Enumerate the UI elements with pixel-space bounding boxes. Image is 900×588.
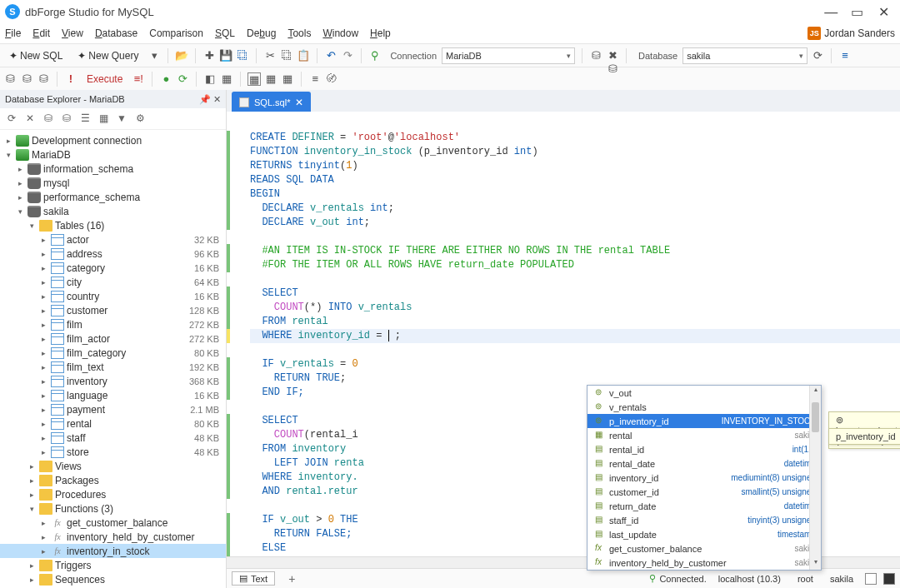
tree-table-staff[interactable]: ▸staff48 KB [0,431,226,445]
tb2-g[interactable]: 〄 [325,72,338,86]
menu-view[interactable]: View [62,27,83,39]
menu-sql[interactable]: SQL [215,27,235,39]
tree-table-language[interactable]: ▸language16 KB [0,388,226,402]
execute-button[interactable]: Execute [81,71,128,87]
paste-icon[interactable]: 📋 [297,49,310,62]
tree-table-category[interactable]: ▸category16 KB [0,261,226,275]
status-sq2[interactable] [883,573,895,585]
ac-item-staff_id[interactable]: ▤staff_idtinyint(3) unsigned [588,513,821,527]
tree-table-inventory[interactable]: ▸inventory368 KB [0,374,226,388]
tree-fn-inventory_in_stock[interactable]: ▸fxinventory_in_stock [0,544,226,558]
tb2-i1[interactable]: ⛁ [3,72,17,86]
play-icon[interactable]: ● [159,72,172,86]
ac-item-return_date[interactable]: ▤return_datedatetime [588,499,821,513]
new-query-button[interactable]: ✦ New Query [72,47,144,64]
menu-window[interactable]: Window [322,27,358,39]
exp-e-icon[interactable]: ⚙ [133,112,147,126]
ac-item-rental_date[interactable]: ▤rental_datedatetime [588,456,821,471]
tree-db-mysql[interactable]: ▸mysql [0,176,226,190]
tree-fn-get_customer_balance[interactable]: ▸fxget_customer_balance [0,516,226,530]
ac-item-v_rentals[interactable]: ⊚v_rentals [588,400,821,414]
tb2-a[interactable]: ◧ [203,72,217,86]
autocomplete-popup[interactable]: ▴▾ ⊚v_out⊚v_rentals⊚p_inventory_idINVENT… [587,385,822,571]
tree-db-sakila[interactable]: ▾sakila [0,204,226,218]
exp-d-icon[interactable]: ▦ [97,112,110,126]
tree-table-customer[interactable]: ▸customer128 KB [0,303,226,317]
tb2-d[interactable]: ▦ [264,72,278,86]
tree-db-information_schema[interactable]: ▸information_schema [0,162,226,176]
tree-table-payment[interactable]: ▸payment2.1 MB [0,402,226,416]
settings-icon[interactable]: ≡ [838,49,852,62]
tree-table-store[interactable]: ▸store48 KB [0,445,226,459]
tb2-f[interactable]: ≡ [308,72,322,86]
tb2-i2[interactable]: ⛁ [20,72,33,86]
cut-icon[interactable]: ✂ [263,49,277,62]
exec-step-icon[interactable]: ≡! [132,72,145,86]
save-icon[interactable]: 💾 [219,49,232,62]
menu-file[interactable]: FFileile [5,27,21,39]
stop-icon[interactable]: ! [64,72,78,86]
menu-database[interactable]: Database [95,27,138,39]
tree-table-rental[interactable]: ▸rental80 KB [0,416,226,431]
tree-packages[interactable]: ▸Packages [0,473,226,487]
exp-b-icon[interactable]: ⛁ [60,112,73,126]
db2-icon[interactable]: ✖⛁ [606,49,619,62]
autocomplete-scrollbar[interactable]: ▴▾ [809,386,821,570]
exp-a-icon[interactable]: ⛁ [42,112,55,126]
tree-db-performance_schema[interactable]: ▸performance_schema [0,190,226,204]
tree-functions[interactable]: ▾Functions (3) [0,501,226,516]
menu-tools[interactable]: Tools [288,27,311,39]
refresh-icon[interactable]: ⟳ [176,72,189,86]
close-icon[interactable]: ✕ [872,4,895,20]
exp-filter-icon[interactable]: ▼ [115,112,128,126]
tab-close-icon[interactable]: ✕ [295,97,303,108]
open-icon[interactable]: 📂 [175,49,188,62]
tab-sql[interactable]: SQL.sql* ✕ [232,92,311,112]
tree-sequences[interactable]: ▸Sequences [0,572,226,586]
tb2-b[interactable]: ▦ [220,72,233,86]
tree-tables-folder[interactable]: ▾Tables (16) [0,218,226,232]
tree-table-actor[interactable]: ▸actor32 KB [0,232,226,247]
connection-icon[interactable]: ⚲ [368,49,382,62]
exp-refresh-icon[interactable]: ⟳ [5,112,18,126]
tb2-i3[interactable]: ⛁ [37,72,50,86]
pin-icon[interactable]: 📌 ✕ [199,94,221,105]
ac-item-p_inventory_id[interactable]: ⊚p_inventory_idINVENTORY_IN_STOCK [588,414,821,428]
new-sql-button[interactable]: ✦ New SQL [3,47,68,64]
copy-icon[interactable]: ⿻ [280,49,293,62]
tree-table-film_category[interactable]: ▸film_category80 KB [0,346,226,360]
ac-item-v_out[interactable]: ⊚v_out [588,386,821,400]
tree-table-film[interactable]: ▸film272 KB [0,317,226,331]
tree-mariadb[interactable]: ▾MariaDB [0,147,226,162]
database-combo[interactable]: sakila [682,47,808,64]
ac-item-customer_id[interactable]: ▤customer_idsmallint(5) unsigned [588,485,821,499]
explorer-tree[interactable]: ▸Development connection▾MariaDB▸informat… [0,130,226,588]
ac-item-inventory_held_by_customer[interactable]: fxinventory_held_by_customersakila [588,556,821,570]
menu-debug[interactable]: Debug [247,27,276,39]
redo-icon[interactable]: ↷ [341,49,354,62]
db-icon[interactable]: ⛁ [589,49,602,62]
ac-item-get_customer_balance[interactable]: fxget_customer_balancesakila [588,541,821,556]
tree-fn-inventory_held_by_customer[interactable]: ▸fxinventory_held_by_customer [0,530,226,544]
tree-table-address[interactable]: ▸address96 KB [0,247,226,261]
tb2-c[interactable]: ▦ [248,72,261,86]
status-sq1[interactable] [865,573,877,585]
add-view-button[interactable]: + [283,572,300,586]
undo-icon[interactable]: ↶ [324,49,338,62]
minimize-icon[interactable]: — [819,5,842,20]
save-all-icon[interactable]: ⿻ [236,49,249,62]
tb2-e[interactable]: ▦ [281,72,294,86]
tree-procedures[interactable]: ▸Procedures [0,487,226,501]
db-refresh-icon[interactable]: ⟳ [811,49,824,62]
tree-triggers[interactable]: ▸Triggers [0,558,226,572]
ac-item-rental[interactable]: ▦rentalsakila [588,428,821,442]
menu-edit[interactable]: Edit [32,27,50,39]
exp-close-icon[interactable]: ✕ [23,112,37,126]
ac-item-last_update[interactable]: ▤last_updatetimestamp [588,527,821,541]
tree-table-film_text[interactable]: ▸film_text192 KB [0,360,226,374]
tree-table-film_actor[interactable]: ▸film_actor272 KB [0,331,226,346]
connection-combo[interactable]: MariaDB [442,47,575,64]
tree-dev-conn[interactable]: ▸Development connection [0,133,226,147]
exp-c-icon[interactable]: ☰ [78,112,92,126]
user-chip[interactable]: JS Jordan Sanders [808,27,895,40]
